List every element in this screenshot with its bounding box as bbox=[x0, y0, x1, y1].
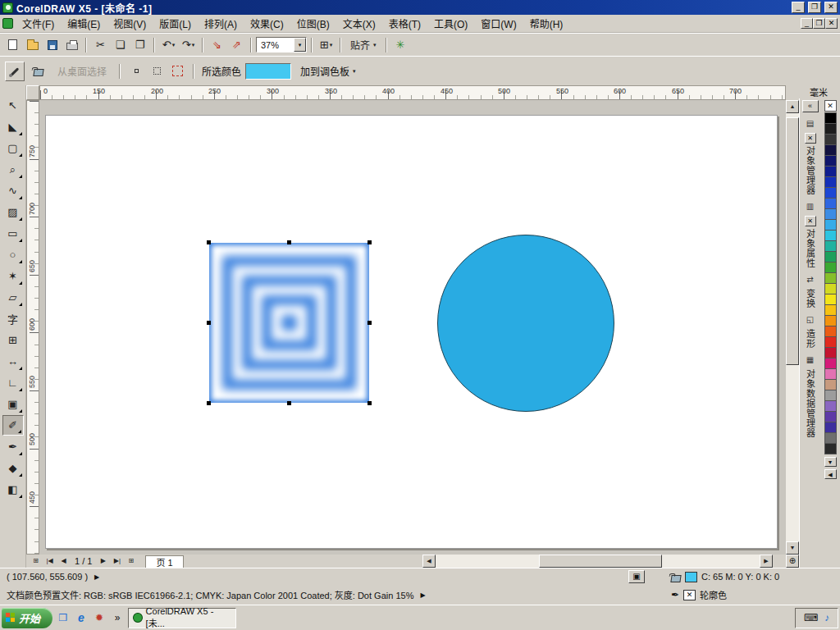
volume-icon[interactable]: ♪ bbox=[824, 612, 829, 623]
palette-scroll-down-button[interactable]: ▼ bbox=[824, 457, 837, 467]
menu-text[interactable]: 文本(X) bbox=[336, 14, 382, 33]
palette-color-swatch[interactable] bbox=[824, 443, 837, 454]
internet-explorer-icon[interactable]: e bbox=[74, 610, 89, 625]
menu-tools[interactable]: 工具(O) bbox=[427, 14, 474, 33]
menu-layout[interactable]: 版面(L) bbox=[153, 14, 198, 33]
ellipse-tool[interactable]: ○ bbox=[2, 244, 24, 265]
collapse-dockers-button[interactable]: « bbox=[802, 100, 819, 112]
horizontal-scrollbar[interactable]: ◀ ▶ bbox=[422, 555, 773, 568]
doc-restore-button[interactable]: ❐ bbox=[813, 18, 825, 29]
palette-color-swatch[interactable] bbox=[824, 155, 837, 167]
palette-color-swatch[interactable] bbox=[824, 336, 837, 348]
basic-shapes-tool[interactable]: ▱ bbox=[2, 287, 24, 308]
snap-to-dropdown[interactable]: 贴齐▾ bbox=[345, 36, 381, 54]
redo-button[interactable]: ↷▾ bbox=[179, 36, 198, 54]
last-page-button[interactable]: ▶| bbox=[111, 555, 123, 567]
palette-color-swatch[interactable] bbox=[824, 390, 837, 401]
drawing-canvas[interactable] bbox=[39, 100, 786, 555]
palette-color-swatch[interactable] bbox=[824, 315, 837, 326]
cut-button[interactable]: ✂ bbox=[91, 36, 110, 54]
doc-minimize-button[interactable]: _ bbox=[801, 18, 813, 29]
selection-handle[interactable] bbox=[368, 401, 372, 405]
apply-color-button[interactable] bbox=[29, 62, 48, 81]
interactive-fill-tool[interactable]: ◧ bbox=[2, 479, 24, 500]
selection-handle[interactable] bbox=[207, 401, 211, 405]
launcher-caret[interactable]: ▾ bbox=[330, 42, 333, 48]
close-button[interactable]: ✕ bbox=[824, 2, 838, 13]
shape-tool[interactable]: ◣ bbox=[2, 116, 24, 137]
palette-color-swatch[interactable] bbox=[824, 379, 837, 390]
coreldraw-quicklaunch-icon[interactable]: ✹ bbox=[92, 610, 107, 625]
minimize-button[interactable]: _ bbox=[792, 2, 805, 13]
print-button[interactable] bbox=[62, 36, 81, 54]
connector-tool[interactable]: ∟ bbox=[2, 372, 24, 393]
redo-dropdown-caret[interactable]: ▾ bbox=[192, 42, 195, 48]
scroll-down-button[interactable]: ▼ bbox=[786, 541, 799, 555]
menu-bitmaps[interactable]: 位图(B) bbox=[290, 14, 336, 33]
palette-color-swatch[interactable] bbox=[824, 134, 837, 145]
palette-color-swatch[interactable] bbox=[824, 304, 837, 316]
palette-color-swatch[interactable] bbox=[824, 230, 837, 241]
palette-color-swatch[interactable] bbox=[824, 198, 837, 209]
palette-color-swatch[interactable] bbox=[824, 347, 837, 358]
palette-color-swatch[interactable] bbox=[824, 368, 837, 380]
quick-pan-button[interactable]: ⊕ bbox=[786, 555, 799, 568]
application-launcher-button[interactable]: ⊞▾ bbox=[317, 36, 336, 54]
input-method-icon[interactable]: ⌨ bbox=[804, 612, 818, 623]
fill-tool[interactable]: ◆ bbox=[2, 458, 24, 478]
palette-color-swatch[interactable] bbox=[824, 144, 837, 156]
zoom-tool[interactable]: ⌕ bbox=[2, 159, 24, 180]
palette-color-swatch[interactable] bbox=[824, 326, 837, 337]
scroll-up-button[interactable]: ▲ bbox=[786, 100, 799, 113]
undo-dropdown-caret[interactable]: ▾ bbox=[172, 42, 176, 48]
palette-color-swatch[interactable] bbox=[824, 112, 837, 124]
polygon-tool[interactable]: ✶ bbox=[2, 266, 24, 286]
color-eyedropper-tool[interactable]: ✐ bbox=[2, 415, 24, 436]
docker-close-button[interactable]: ✕ bbox=[805, 133, 816, 144]
menu-arrange[interactable]: 排列(A) bbox=[198, 14, 244, 33]
palette-color-swatch[interactable] bbox=[824, 187, 837, 199]
ruler-origin-corner[interactable] bbox=[26, 85, 39, 100]
show-desktop-icon[interactable]: ❒ bbox=[56, 610, 71, 625]
menu-effects[interactable]: 效果(C) bbox=[244, 14, 290, 33]
undo-button[interactable]: ↶▾ bbox=[159, 36, 178, 54]
from-desktop-button[interactable]: 从桌面选择 bbox=[52, 62, 112, 80]
palette-color-swatch[interactable] bbox=[824, 411, 837, 422]
open-button[interactable] bbox=[23, 36, 42, 54]
selection-handle[interactable] bbox=[287, 401, 291, 405]
palette-color-swatch[interactable] bbox=[824, 208, 837, 220]
palette-color-swatch[interactable] bbox=[824, 240, 837, 252]
coreldraw-task-button[interactable]: CorelDRAW X5 - [未... bbox=[128, 608, 236, 628]
previous-page-button[interactable]: ◀ bbox=[57, 555, 70, 567]
menu-window[interactable]: 窗口(W) bbox=[474, 14, 523, 33]
crop-tool[interactable]: ▢ bbox=[2, 138, 24, 158]
palette-color-swatch[interactable] bbox=[824, 272, 837, 284]
sample-1x1-button[interactable] bbox=[128, 63, 144, 80]
palette-color-swatch[interactable] bbox=[824, 422, 837, 433]
sample-5x5-button[interactable] bbox=[169, 63, 185, 80]
outline-color-swatch[interactable]: ✕ bbox=[683, 590, 696, 600]
page-tab[interactable]: 页 1 bbox=[145, 555, 183, 568]
import-button[interactable]: ⇘ bbox=[208, 36, 226, 54]
freehand-tool[interactable]: ∿ bbox=[2, 180, 24, 201]
docker-tab-object-properties[interactable]: ▥ ✕ 对象属性 bbox=[804, 202, 817, 268]
copy-button[interactable]: ❏ bbox=[111, 36, 130, 54]
selection-handle[interactable] bbox=[207, 240, 211, 244]
menu-help[interactable]: 帮助(H) bbox=[523, 14, 570, 33]
outline-pen-tool[interactable]: ✒ bbox=[2, 436, 24, 457]
quicklaunch-overflow-chevron[interactable]: » bbox=[110, 610, 125, 625]
cyan-circle-shape[interactable] bbox=[437, 235, 614, 412]
paste-button[interactable]: ❐ bbox=[130, 36, 149, 54]
text-tool[interactable]: 字 bbox=[2, 308, 24, 329]
restore-button[interactable]: ❐ bbox=[808, 2, 821, 13]
docker-tab-object-manager[interactable]: ▤ ✕ 对象管理器 bbox=[804, 119, 817, 195]
palette-color-swatch[interactable] bbox=[824, 166, 837, 177]
selection-handle[interactable] bbox=[207, 321, 211, 325]
sample-2x2-button[interactable] bbox=[148, 63, 165, 80]
vertical-scroll-thumb[interactable] bbox=[786, 117, 799, 365]
doc-close-button[interactable]: ✕ bbox=[825, 18, 838, 29]
export-button[interactable]: ⇗ bbox=[227, 36, 246, 54]
palette-expand-button[interactable]: ◀ bbox=[824, 469, 837, 479]
palette-color-swatch[interactable] bbox=[824, 283, 837, 294]
horizontal-ruler[interactable]: 0 150 200 250 300 350 400 450 500 550 60… bbox=[39, 85, 786, 100]
